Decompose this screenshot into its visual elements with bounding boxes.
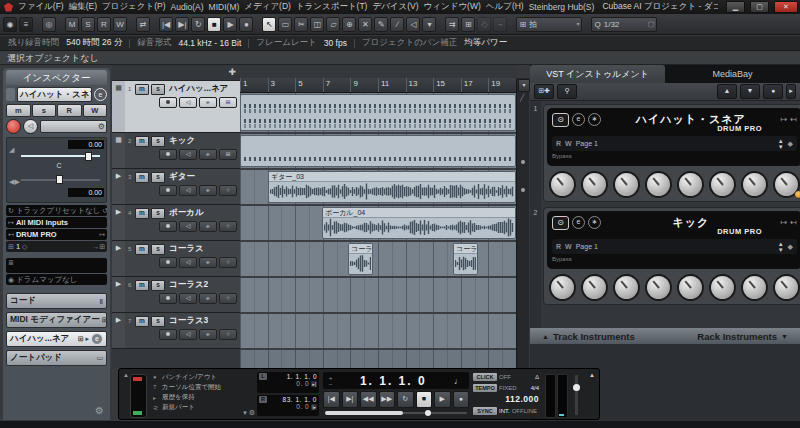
rack-instruments-label[interactable]: Rack Instruments (697, 331, 777, 342)
read-button[interactable]: R (556, 140, 561, 147)
read-all-button[interactable]: R (97, 17, 111, 32)
rewind-button[interactable]: ◀◀ (360, 391, 377, 408)
track-monitor-button[interactable]: ◁ (179, 97, 197, 108)
punch-out-icon[interactable]: |▸ (311, 404, 317, 410)
transport-options-icons[interactable]: ▾ ⚙ (243, 409, 255, 417)
track-inserts-icon[interactable]: ○ (219, 293, 237, 304)
punch-row[interactable]: ● パンチイン/アウト (153, 372, 253, 382)
tab-vst-instruments[interactable]: VST インストゥルメント (530, 65, 665, 83)
tab-mediabay[interactable]: MediaBay (665, 65, 800, 83)
section-notepad[interactable]: ノートパッド ▭ (6, 350, 107, 366)
output-icon[interactable]: ↤ (790, 218, 797, 227)
time-signature-value[interactable]: 4/4 (531, 385, 539, 391)
mute-tool[interactable]: ✕ (358, 17, 372, 32)
track-solo-button[interactable]: s (151, 280, 165, 291)
common-record-mode-row[interactable]: T カーソル位置で開始 (153, 382, 253, 392)
menu-steinberg-hub[interactable]: Steinberg Hub(S) (529, 2, 595, 12)
zoom-tool[interactable]: ⊕ (342, 17, 356, 32)
track-record-button[interactable] (159, 221, 177, 232)
maximize-button[interactable]: ▢ (750, 1, 769, 13)
track-edit-button[interactable]: e (199, 185, 217, 196)
menu-devices[interactable]: デバイス(V) (372, 1, 418, 13)
minimize-button[interactable]: ▁ (726, 1, 745, 13)
split-tool[interactable]: ✂ (294, 17, 308, 32)
track-solo-button[interactable]: s (151, 84, 165, 95)
ruler[interactable]: 1 3 5 7 9 11 13 15 17 19 (240, 78, 516, 93)
track-monitor-button[interactable]: ◁ (179, 185, 197, 196)
quick-control-knob[interactable] (645, 171, 672, 198)
write-all-button[interactable]: W (113, 17, 127, 32)
preset-icon[interactable]: ◆ (788, 140, 793, 148)
erase-tool[interactable]: ▱ (326, 17, 340, 32)
cycle-button[interactable]: ↻ (191, 17, 205, 32)
play-button[interactable]: ▶ (434, 391, 451, 408)
quick-control-knob[interactable] (613, 274, 640, 301)
bypass-label[interactable]: Bypass (552, 256, 797, 262)
monitor-button[interactable]: ◁ (23, 119, 38, 134)
track-inserts-icon[interactable]: ○ (219, 257, 237, 268)
activate-project-icon[interactable]: ◉ (3, 17, 17, 32)
inspector-track-name[interactable]: ハイハット・スネア (17, 87, 92, 102)
power-icon[interactable]: ⊙ (552, 216, 569, 230)
track-inserts-icon[interactable]: ○ (219, 185, 237, 196)
power-icon[interactable]: ⊙ (552, 113, 569, 127)
primary-time-display[interactable]: +− 1. 1. 1. 0 ♩ (323, 372, 469, 389)
menu-help[interactable]: ヘルプ(H) (486, 1, 524, 13)
find-instrument-icon[interactable]: ⚲ (557, 84, 577, 99)
quick-control-knob[interactable] (581, 171, 608, 198)
track-monitor-button[interactable]: ◁ (179, 149, 197, 160)
menu-window[interactable]: ウィンドウ(W) (424, 1, 481, 13)
sync-badge[interactable]: SYNC (473, 407, 497, 415)
track-row-guitar[interactable]: ▶ 3 m s ギター ◁ e ○ (112, 169, 240, 205)
close-button[interactable]: ✕ (774, 1, 798, 13)
track-edit-button[interactable]: e (199, 97, 217, 108)
quantize-dropdown[interactable]: Q 1/32 ◯ (591, 17, 657, 32)
line-tool[interactable]: ∕ (390, 17, 404, 32)
track-solo-button[interactable]: s (151, 136, 165, 147)
left-locator[interactable]: L 1. 1. 1. 0 0. 0 ▸| (257, 372, 319, 393)
pre-roll-value[interactable]: 0. 0 (259, 380, 309, 387)
edit-instrument-icon[interactable]: e (572, 113, 585, 126)
collapse-icon[interactable]: ▲ (589, 372, 595, 378)
automation-follow-icon[interactable]: ⇄ (136, 17, 150, 32)
scroll-dot[interactable] (521, 160, 525, 164)
midi-record-mode-row[interactable]: ⋜ 新規パート (153, 402, 253, 412)
quick-control-knob[interactable] (741, 274, 768, 301)
vertical-scrollbar[interactable]: ▾ ╱ (516, 78, 529, 368)
main-time-value[interactable]: 1. 1. 1. 0 (333, 374, 454, 388)
inspector-mute-button[interactable]: m (6, 104, 31, 117)
track-row-hihat-snare[interactable]: ▦ 1 m s ハイハッ...ネア ◁ e ⊞ (112, 81, 240, 133)
track-mute-button[interactable]: m (135, 136, 149, 147)
quick-control-knob[interactable] (581, 274, 608, 301)
track-edit-button[interactable]: e (199, 329, 217, 340)
preset-browse-icon[interactable]: ∗ (588, 216, 601, 229)
grid-type-dropdown[interactable]: ⊞ 拍 ▾ (516, 17, 582, 32)
track-mute-button[interactable]: m (135, 208, 149, 219)
track-solo-button[interactable]: s (151, 316, 165, 327)
track-monitor-button[interactable]: ◁ (179, 329, 197, 340)
menu-transport[interactable]: トランスポート(T) (296, 1, 368, 13)
drum-map-row[interactable]: ◉ ドラムマップなし (6, 274, 107, 285)
read-button[interactable]: R (556, 243, 561, 250)
audio-record-mode-row[interactable]: ▸ 履歴を保持 (153, 392, 253, 402)
track-controls-bar[interactable]: ⚙ (40, 120, 107, 133)
track-inserts-icon[interactable]: ○ (219, 329, 237, 340)
play-button[interactable]: ▶ (223, 17, 237, 32)
quick-control-knob[interactable] (709, 274, 736, 301)
triangle-down-icon[interactable]: ▼ (781, 333, 788, 340)
goto-previous-marker-button[interactable]: |◀ (159, 17, 173, 32)
track-row-kick[interactable]: ▦ 2 m s キック ◁ e ⊞ (112, 133, 240, 169)
track-preset-row[interactable]: ↻ トラックプリセットなし ↺ (6, 205, 107, 216)
track-solo-button[interactable]: s (151, 244, 165, 255)
add-instrument-icon[interactable]: ⊞✚ (534, 84, 554, 99)
audio-event-guitar[interactable]: ギター_03 (268, 171, 516, 203)
right-locator-value[interactable]: 83. 1. 1. 0 (269, 396, 317, 403)
menu-edit[interactable]: 編集(E) (69, 1, 97, 13)
quick-control-knob[interactable] (645, 274, 672, 301)
tempo-badge[interactable]: TEMPO (473, 384, 497, 392)
goto-next-marker-button[interactable]: ▶| (342, 391, 359, 408)
track-monitor-button[interactable]: ◁ (179, 293, 197, 304)
quick-control-knob[interactable] (709, 171, 736, 198)
section-midi-modifiers[interactable]: MIDI モディファイアー ⊞ (6, 312, 107, 328)
menu-project[interactable]: プロジェクト(P) (102, 1, 166, 13)
